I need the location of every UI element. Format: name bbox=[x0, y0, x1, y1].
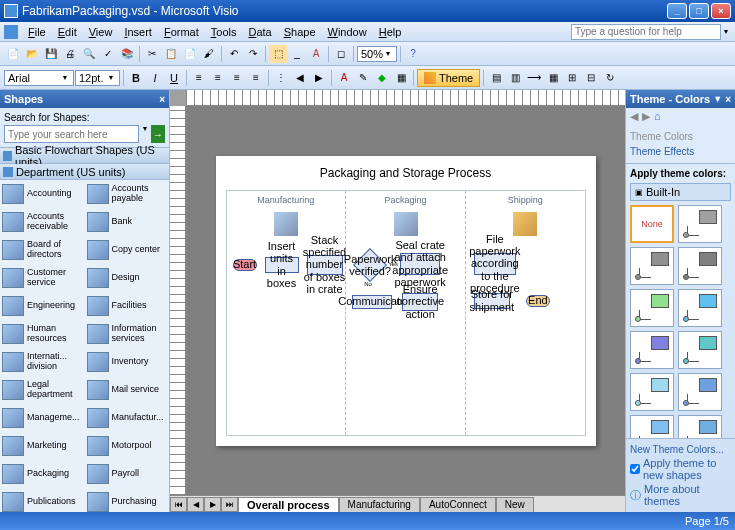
help-dropdown-icon[interactable]: ▼ bbox=[721, 28, 731, 35]
process-node[interactable]: Store for shipment bbox=[474, 293, 510, 309]
theme-swatch[interactable]: None bbox=[630, 205, 674, 243]
shape-search-input[interactable] bbox=[4, 125, 139, 143]
search-go-button[interactable]: → bbox=[151, 125, 165, 143]
process-node[interactable]: Ensure corrective action bbox=[402, 293, 438, 311]
menu-edit[interactable]: Edit bbox=[52, 24, 83, 40]
shape-item[interactable]: Marketing bbox=[0, 432, 85, 460]
copy-button[interactable]: 📋 bbox=[162, 45, 180, 63]
shape-item[interactable]: Accounts payable bbox=[85, 180, 170, 208]
category-department[interactable]: Department (US units) bbox=[0, 164, 169, 180]
shape-item[interactable]: Purchasing bbox=[85, 488, 170, 512]
open-button[interactable]: 📂 bbox=[23, 45, 41, 63]
search-dropdown-icon[interactable]: ▼ bbox=[141, 125, 149, 143]
more-themes-link[interactable]: ⓘMore about themes bbox=[630, 482, 731, 508]
align-center-button[interactable]: ≡ bbox=[209, 69, 227, 87]
bullets-button[interactable]: ⋮ bbox=[272, 69, 290, 87]
shape-item[interactable]: Internati... division bbox=[0, 348, 85, 376]
start-node[interactable]: Start bbox=[233, 259, 257, 271]
menu-help[interactable]: Help bbox=[373, 24, 408, 40]
paste-button[interactable]: 📄 bbox=[181, 45, 199, 63]
connect-button[interactable]: ⟶ bbox=[525, 69, 543, 87]
shape-item[interactable]: Publications bbox=[0, 488, 85, 512]
fontsize-select[interactable]: 12pt.▼ bbox=[75, 70, 120, 86]
help-button[interactable]: ? bbox=[404, 45, 422, 63]
shape-item[interactable]: Mail service bbox=[85, 376, 170, 404]
shape-item[interactable]: Payroll bbox=[85, 460, 170, 488]
theme-swatch[interactable] bbox=[678, 331, 722, 369]
underline-button[interactable]: U bbox=[165, 69, 183, 87]
tab-overall[interactable]: Overall process bbox=[238, 497, 339, 512]
menu-shape[interactable]: Shape bbox=[278, 24, 322, 40]
shape-item[interactable]: Inventory bbox=[85, 348, 170, 376]
drawing-page[interactable]: Packaging and Storage Process Manufactur… bbox=[216, 156, 596, 446]
menu-file[interactable]: File bbox=[22, 24, 52, 40]
shape-item[interactable]: Information services bbox=[85, 320, 170, 348]
pointer-tool-button[interactable]: ⬚ bbox=[269, 45, 287, 63]
text-tool-button[interactable]: A bbox=[307, 45, 325, 63]
help-search[interactable] bbox=[571, 24, 721, 40]
drawing-area[interactable]: Packaging and Storage Process Manufactur… bbox=[186, 106, 625, 495]
decrease-indent-button[interactable]: ◀ bbox=[291, 69, 309, 87]
menu-data[interactable]: Data bbox=[242, 24, 277, 40]
theme-swatch[interactable] bbox=[678, 205, 722, 243]
tab-new[interactable]: New bbox=[496, 497, 534, 512]
tab-first-button[interactable]: ⏮ bbox=[170, 497, 187, 512]
menu-insert[interactable]: Insert bbox=[118, 24, 158, 40]
tab-autoconnect[interactable]: AutoConnect bbox=[420, 497, 496, 512]
builtin-category[interactable]: ▣Built-In bbox=[630, 183, 731, 201]
tab-prev-button[interactable]: ◀ bbox=[187, 497, 204, 512]
process-node[interactable]: Seal crate and attach appropriate paperw… bbox=[400, 253, 440, 275]
undo-button[interactable]: ↶ bbox=[225, 45, 243, 63]
shape-tool-button[interactable]: ◻ bbox=[332, 45, 350, 63]
maximize-button[interactable]: □ bbox=[689, 3, 709, 19]
process-node[interactable]: Insert units in boxes bbox=[265, 257, 299, 273]
fill-color-button[interactable]: ◆ bbox=[373, 69, 391, 87]
theme-swatch[interactable] bbox=[630, 247, 674, 285]
align-left-button[interactable]: ≡ bbox=[190, 69, 208, 87]
shape-item[interactable]: Accounting bbox=[0, 180, 85, 208]
italic-button[interactable]: I bbox=[146, 69, 164, 87]
theme-swatch[interactable] bbox=[630, 415, 674, 438]
process-node[interactable]: Communicate bbox=[352, 295, 392, 309]
bold-button[interactable]: B bbox=[127, 69, 145, 87]
process-node[interactable]: File paperwork according to the procedur… bbox=[474, 253, 516, 275]
distribute-button[interactable]: ▥ bbox=[506, 69, 524, 87]
end-node[interactable]: End bbox=[526, 295, 550, 307]
rotate-button[interactable]: ↻ bbox=[601, 69, 619, 87]
shape-item[interactable]: Bank bbox=[85, 208, 170, 236]
font-select[interactable]: Arial▼ bbox=[4, 70, 74, 86]
shape-item[interactable]: Human resources bbox=[0, 320, 85, 348]
back-icon[interactable]: ◀ bbox=[630, 110, 638, 123]
close-button[interactable]: × bbox=[711, 3, 731, 19]
align-shapes-button[interactable]: ▤ bbox=[487, 69, 505, 87]
menu-view[interactable]: View bbox=[83, 24, 119, 40]
shape-item[interactable]: Packaging bbox=[0, 460, 85, 488]
theme-swatch[interactable] bbox=[678, 247, 722, 285]
cut-button[interactable]: ✂ bbox=[143, 45, 161, 63]
theme-swatch[interactable] bbox=[678, 415, 722, 438]
theme-colors-link[interactable]: Theme Colors bbox=[630, 129, 731, 144]
apply-to-new-checkbox[interactable]: Apply theme to new shapes bbox=[630, 456, 731, 482]
theme-swatch[interactable] bbox=[630, 331, 674, 369]
save-button[interactable]: 💾 bbox=[42, 45, 60, 63]
shadow-button[interactable]: ▦ bbox=[392, 69, 410, 87]
theme-dropdown-icon[interactable]: ▼ bbox=[713, 94, 722, 104]
tab-next-button[interactable]: ▶ bbox=[204, 497, 221, 512]
format-painter-button[interactable]: 🖌 bbox=[200, 45, 218, 63]
print-button[interactable]: 🖨 bbox=[61, 45, 79, 63]
shape-item[interactable]: Engineering bbox=[0, 292, 85, 320]
line-color-button[interactable]: ✎ bbox=[354, 69, 372, 87]
spelling-button[interactable]: ✓ bbox=[99, 45, 117, 63]
theme-swatch[interactable] bbox=[630, 289, 674, 327]
process-node[interactable]: Stack specified number of boxes in crate bbox=[307, 255, 343, 275]
shape-item[interactable]: Design bbox=[85, 264, 170, 292]
ungroup-button[interactable]: ⊟ bbox=[582, 69, 600, 87]
tab-last-button[interactable]: ⏭ bbox=[221, 497, 238, 512]
shape-item[interactable]: Customer service bbox=[0, 264, 85, 292]
new-button[interactable]: 📄 bbox=[4, 45, 22, 63]
shape-item[interactable]: Facilities bbox=[85, 292, 170, 320]
align-justify-button[interactable]: ≡ bbox=[247, 69, 265, 87]
menu-window[interactable]: Window bbox=[322, 24, 373, 40]
shape-item[interactable]: Motorpool bbox=[85, 432, 170, 460]
zoom-select[interactable]: 50%▼ bbox=[357, 46, 397, 62]
